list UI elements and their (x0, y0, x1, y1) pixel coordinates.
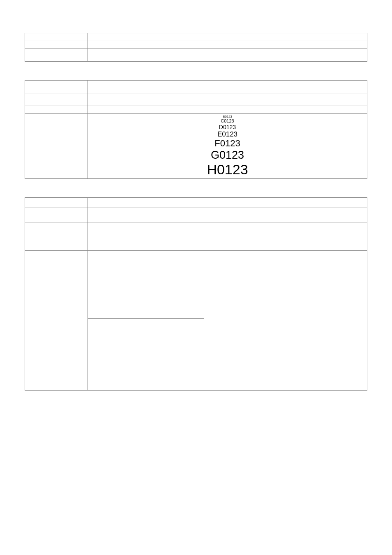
table-row (25, 222, 367, 250)
cell (88, 33, 367, 41)
table-row (25, 81, 367, 93)
cell (25, 81, 88, 93)
table-row (25, 208, 367, 222)
cell (88, 106, 367, 114)
cell (25, 222, 88, 250)
cell (88, 222, 367, 250)
table-row (25, 197, 367, 208)
table-row (25, 106, 367, 114)
table-block-1 (25, 33, 367, 62)
table-block-3 (25, 197, 367, 391)
table-row (25, 33, 367, 41)
cell (88, 41, 367, 49)
table-row (25, 49, 367, 62)
cell (88, 93, 367, 106)
cell (25, 114, 88, 179)
example-line: G0123 (90, 149, 364, 162)
cell (88, 250, 204, 318)
example-text-cell: B0123 C0123 D0123 E0123 F0123 G0123 H012… (88, 114, 367, 179)
cell (25, 33, 88, 41)
cell (88, 208, 367, 222)
example-line: F0123 (90, 138, 364, 148)
cell (25, 208, 88, 222)
cell (204, 250, 367, 390)
cell (25, 41, 88, 49)
table-row (25, 250, 367, 318)
example-line: D0123 (90, 124, 364, 130)
table-row (25, 41, 367, 49)
cell (88, 49, 367, 62)
cell (88, 318, 204, 390)
table-row: B0123 C0123 D0123 E0123 F0123 G0123 H012… (25, 114, 367, 179)
cell (25, 250, 88, 390)
example-line: B0123 (90, 115, 364, 118)
cell (25, 93, 88, 106)
cell (25, 49, 88, 62)
table-block-2: B0123 C0123 D0123 E0123 F0123 G0123 H012… (25, 80, 367, 179)
cell (25, 197, 88, 208)
cell (88, 81, 367, 93)
example-line: H0123 (90, 162, 364, 178)
cell (25, 106, 88, 114)
cell (88, 197, 367, 208)
example-line: E0123 (90, 130, 364, 139)
example-line: C0123 (90, 118, 364, 124)
table-row (25, 93, 367, 106)
